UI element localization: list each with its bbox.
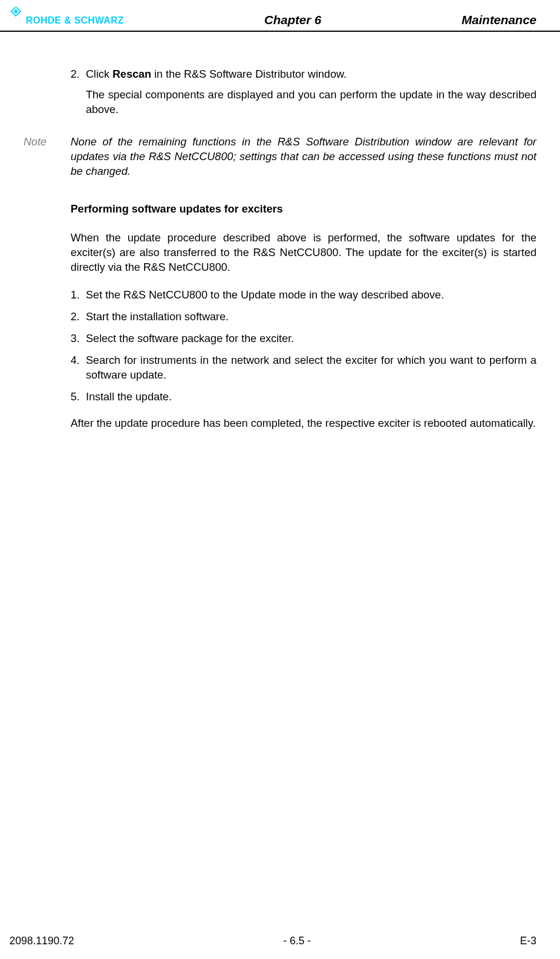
list-item-number: 4. [71, 353, 86, 383]
list-item-text: Install the update. [86, 390, 536, 404]
footer-center: - 6.5 - [284, 935, 311, 947]
page-footer: 2098.1190.72 - 6.5 - E-3 [0, 935, 560, 947]
document-page: ROHDE & SCHWARZ Chapter 6 Maintenance 2.… [0, 0, 560, 959]
step-subtext: The special components are displayed and… [86, 88, 536, 117]
brand-logo-text: ROHDE & SCHWARZ [26, 15, 124, 26]
note-block: Note None of the remaining functions in … [24, 135, 536, 179]
list-item: 2. Start the installation software. [71, 310, 536, 324]
step-2-block: 2. Click Rescan in the R&S Software Dist… [71, 67, 536, 117]
note-label: Note [24, 135, 71, 179]
ordered-list: 1. Set the R&S NetCCU800 to the Update m… [71, 288, 536, 404]
step-number: 2. [71, 67, 86, 82]
list-item: 1. Set the R&S NetCCU800 to the Update m… [71, 288, 536, 303]
list-item-text: Set the R&S NetCCU800 to the Update mode… [86, 288, 536, 303]
page-title: Maintenance [462, 13, 536, 31]
intro-paragraph: When the update procedure described abov… [71, 231, 536, 275]
list-item-number: 3. [71, 331, 86, 346]
list-item-text: Start the installation software. [86, 310, 536, 324]
footer-left: 2098.1190.72 [9, 935, 74, 947]
step-item: 2. Click Rescan in the R&S Software Dist… [71, 67, 536, 82]
list-item-number: 1. [71, 288, 86, 303]
chapter-label: Chapter 6 [124, 13, 462, 31]
svg-rect-1 [14, 9, 18, 14]
list-item-text: Select the software package for the exci… [86, 331, 536, 346]
note-text: None of the remaining functions in the R… [71, 135, 536, 179]
section-heading: Performing software updates for exciters [71, 203, 536, 215]
list-item: 5. Install the update. [71, 390, 536, 404]
list-item: 4. Search for instruments in the network… [71, 353, 536, 383]
list-item-number: 5. [71, 390, 86, 404]
step-text: Click Rescan in the R&S Software Distrib… [86, 67, 536, 82]
page-content: 2. Click Rescan in the R&S Software Dist… [0, 32, 560, 431]
brand-logo: ROHDE & SCHWARZ [9, 13, 124, 31]
list-item-number: 2. [71, 310, 86, 324]
footer-right: E-3 [520, 935, 536, 947]
step-text-suffix: in the R&S Software Distributor window. [151, 68, 346, 80]
page-header: ROHDE & SCHWARZ Chapter 6 Maintenance [0, 0, 560, 32]
step-text-bold: Rescan [112, 68, 151, 80]
list-item-text: Search for instruments in the network an… [86, 353, 536, 383]
closing-paragraph: After the update procedure has been comp… [71, 416, 536, 431]
brand-logo-icon [9, 7, 22, 20]
step-text-prefix: Click [86, 68, 112, 80]
list-item: 3. Select the software package for the e… [71, 331, 536, 346]
